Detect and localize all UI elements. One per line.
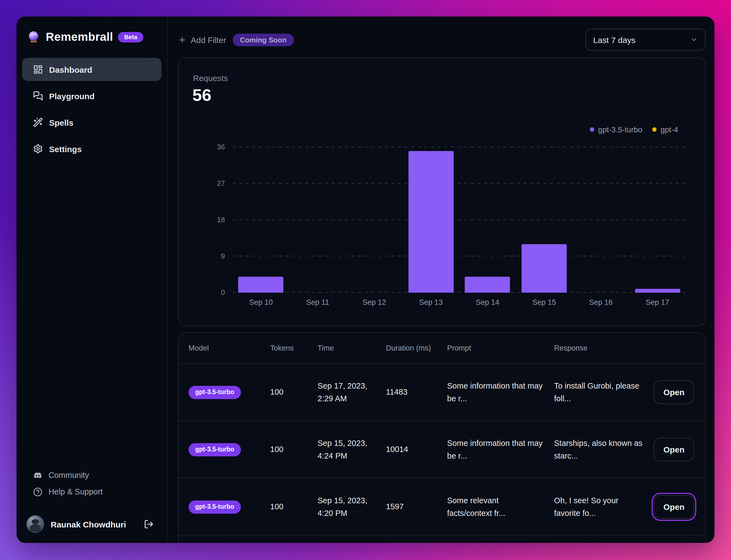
- cell-time: Sep 15, 2023, 4:20 PM: [318, 494, 386, 519]
- date-range-select[interactable]: Last 7 days: [585, 29, 706, 51]
- sidebar-nav: DashboardPlaygroundSpellsSettings: [22, 58, 162, 160]
- x-axis-label: Sep 11: [289, 298, 346, 306]
- logout-icon[interactable]: [144, 519, 154, 529]
- sidebar-item-label: Playground: [49, 91, 95, 101]
- cell-prompt: Some relevant facts/context fr...: [447, 494, 554, 519]
- sidebar-footer-community[interactable]: Community: [22, 467, 162, 483]
- help-icon: [33, 487, 42, 496]
- table-row-partial: [179, 535, 705, 543]
- user-name: Raunak Chowdhuri: [51, 519, 137, 529]
- dashboard-icon: [33, 64, 43, 74]
- legend-item-gpt-4[interactable]: gpt-4: [652, 125, 678, 134]
- bar-gpt-3.5-turbo-sep-14: [465, 276, 510, 293]
- column-header-duration-ms-: Duration (ms): [386, 343, 447, 353]
- avatar: [26, 515, 44, 533]
- brand: Remembrall Beta: [22, 28, 162, 46]
- table-row: gpt-3.5-turbo100Sep 17, 2023, 2:29 AM114…: [179, 363, 705, 421]
- plus-icon: [178, 36, 186, 44]
- model-badge: gpt-3.5-turbo: [189, 501, 241, 514]
- x-axis-labels: Sep 10Sep 11Sep 12Sep 13Sep 14Sep 15Sep …: [233, 298, 686, 306]
- open-button[interactable]: Open: [654, 380, 694, 404]
- legend-dot: [652, 127, 657, 132]
- main-content: Add Filter Coming Soon Last 7 days Reque…: [168, 17, 714, 543]
- add-filter-button[interactable]: Add Filter: [178, 35, 226, 44]
- sidebar-footer-help-support[interactable]: Help & Support: [22, 483, 162, 500]
- sidebar-item-dashboard[interactable]: Dashboard: [22, 58, 162, 81]
- bar-gpt-3.5-turbo-sep-10: [238, 276, 284, 293]
- cell-model: gpt-3.5-turbo: [189, 386, 270, 399]
- sidebar-item-spells[interactable]: Spells: [22, 111, 162, 134]
- settings-icon: [33, 144, 43, 154]
- requests-label: Requests: [193, 73, 228, 83]
- table-row: gpt-3.5-turbo100Sep 15, 2023, 4:24 PM100…: [179, 421, 705, 478]
- footer-item-label: Community: [49, 471, 89, 480]
- spells-icon: [33, 117, 43, 127]
- bar-slot-sep-10: [233, 276, 289, 293]
- sidebar-item-playground[interactable]: Playground: [22, 84, 162, 107]
- x-axis-label: Sep 10: [233, 298, 289, 306]
- column-header-time: Time: [318, 343, 386, 353]
- bar-gpt-3.5-turbo-sep-15: [522, 244, 567, 293]
- x-axis-label: Sep 16: [573, 298, 629, 306]
- cell-duration: 1597: [386, 501, 447, 513]
- cell-duration: 10014: [386, 443, 447, 456]
- cell-time: Sep 17, 2023, 2:29 AM: [318, 380, 386, 405]
- date-range-value: Last 7 days: [593, 35, 635, 44]
- table-row: gpt-3.5-turbo100Sep 15, 2023, 4:20 PM159…: [179, 478, 705, 535]
- column-header-prompt: Prompt: [447, 343, 554, 353]
- bar-chart-plot: 09182736: [233, 147, 686, 293]
- sidebar-item-settings[interactable]: Settings: [22, 137, 162, 160]
- beta-badge: Beta: [118, 32, 143, 42]
- app-title: Remembrall: [46, 30, 113, 44]
- cell-response: To install Gurobi, please foll...: [554, 380, 654, 405]
- page: Remembrall Beta DashboardPlaygroundSpell…: [0, 0, 731, 560]
- cell-model: gpt-3.5-turbo: [189, 443, 270, 456]
- app-window: Remembrall Beta DashboardPlaygroundSpell…: [17, 17, 714, 543]
- playground-icon: [33, 91, 43, 101]
- x-axis-label: Sep 14: [459, 298, 516, 306]
- cell-response: Starships, also known as starc...: [554, 437, 654, 462]
- cell-prompt: Some information that may be r...: [447, 437, 554, 462]
- bar-slot-sep-14: [459, 276, 516, 293]
- cell-model: gpt-3.5-turbo: [189, 500, 270, 514]
- topbar: Add Filter Coming Soon Last 7 days: [178, 29, 706, 51]
- cell-time: Sep 15, 2023, 4:24 PM: [318, 437, 386, 462]
- legend-item-gpt-3.5-turbo[interactable]: gpt-3.5-turbo: [590, 125, 642, 134]
- open-button[interactable]: Open: [654, 495, 694, 519]
- cell-duration: 11483: [386, 386, 447, 399]
- cell-actions: Open: [654, 495, 694, 519]
- bar-gpt-3.5-turbo-sep-13: [408, 151, 453, 293]
- cell-actions: Open: [654, 438, 694, 461]
- open-button[interactable]: Open: [654, 438, 694, 461]
- table-header-row: ModelTokensTimeDuration (ms)PromptRespon…: [179, 333, 705, 363]
- y-tick-label: 27: [201, 179, 225, 187]
- bar-slot-sep-15: [516, 244, 573, 293]
- y-tick-label: 9: [201, 252, 225, 260]
- x-axis-label: Sep 17: [629, 298, 686, 306]
- bar-gpt-3.5-turbo-sep-17: [635, 289, 680, 293]
- sidebar-item-label: Settings: [49, 144, 82, 154]
- legend-label: gpt-4: [660, 125, 678, 134]
- sidebar-item-label: Dashboard: [49, 65, 92, 74]
- x-axis-label: Sep 13: [403, 298, 459, 306]
- column-header-tokens: Tokens: [270, 343, 318, 353]
- discord-icon: [33, 470, 42, 480]
- y-tick-label: 18: [201, 216, 225, 224]
- requests-chart-card: Requests 56 gpt-3.5-turbogpt-4 09182736 …: [178, 57, 706, 326]
- cell-prompt: Some information that may be r...: [447, 380, 554, 405]
- requests-table-card: ModelTokensTimeDuration (ms)PromptRespon…: [178, 332, 706, 543]
- user-row[interactable]: Raunak Chowdhuri: [22, 512, 162, 536]
- chevron-down-icon: [690, 36, 698, 44]
- model-badge: gpt-3.5-turbo: [189, 386, 241, 399]
- column-header-model: Model: [189, 343, 270, 353]
- sidebar-item-label: Spells: [49, 118, 73, 127]
- cell-response: Oh, I see! So your favorite fo...: [554, 494, 654, 519]
- chart-legend: gpt-3.5-turbogpt-4: [590, 125, 678, 134]
- x-axis-label: Sep 12: [346, 298, 403, 306]
- y-tick-label: 36: [201, 143, 225, 151]
- footer-item-label: Help & Support: [49, 487, 103, 496]
- requests-total: 56: [192, 85, 211, 105]
- y-tick-label: 0: [201, 288, 225, 297]
- bars: [233, 147, 686, 293]
- cell-actions: Open: [654, 380, 694, 404]
